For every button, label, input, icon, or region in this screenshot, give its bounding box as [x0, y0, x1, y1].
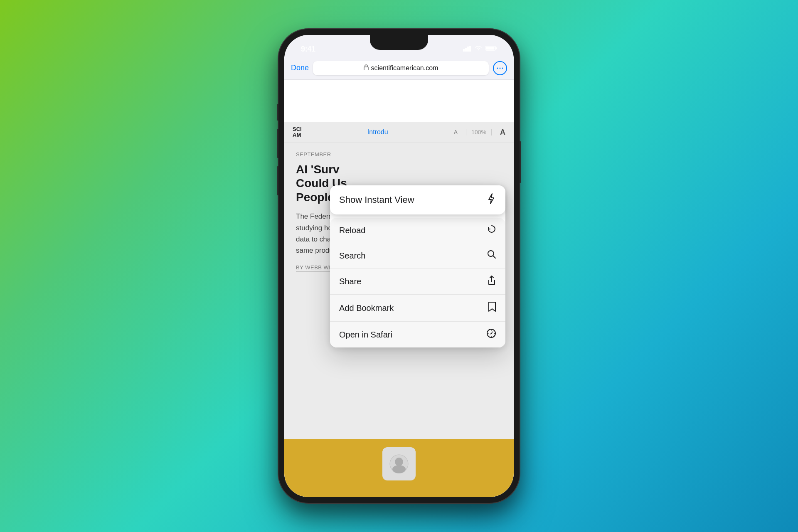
- svg-rect-3: [469, 46, 471, 52]
- signal-icon: [463, 46, 471, 53]
- svg-line-15: [493, 256, 496, 259]
- battery-icon: [485, 45, 497, 53]
- menu-item-reload-label: Reload: [339, 226, 365, 235]
- menu-item-add-bookmark-label: Add Bookmark: [339, 303, 394, 313]
- search-icon: [487, 250, 496, 261]
- phone-notch: [370, 35, 428, 50]
- menu-item-search-label: Search: [339, 251, 365, 261]
- side-button-power: [520, 141, 521, 183]
- svg-point-8: [497, 67, 498, 69]
- svg-rect-2: [467, 47, 469, 52]
- lightning-icon: [486, 193, 496, 207]
- svg-rect-1: [465, 48, 467, 52]
- status-icons: [463, 45, 497, 53]
- done-button[interactable]: Done: [291, 64, 309, 72]
- dropdown-menu: Show Instant View Reload: [330, 185, 505, 347]
- article-content-area: SCI AM Introdu A 100% A SEPTEMBER AI 'Su…: [284, 122, 514, 497]
- side-button-mute: [277, 104, 278, 121]
- svg-point-10: [502, 67, 503, 69]
- phone-wrapper: 9:41: [278, 29, 520, 503]
- url-text: scientificamerican.com: [371, 64, 438, 72]
- more-button[interactable]: [493, 61, 507, 75]
- menu-item-search[interactable]: Search: [330, 243, 505, 268]
- wifi-icon: [475, 45, 482, 53]
- bookmark-icon: [488, 301, 496, 315]
- side-button-volume-down: [277, 166, 278, 195]
- menu-item-open-safari[interactable]: Open in Safari: [330, 322, 505, 347]
- svg-point-21: [491, 333, 492, 334]
- svg-rect-7: [364, 67, 368, 70]
- instant-view-label: Show Instant View: [339, 195, 414, 205]
- menu-item-reload[interactable]: Reload: [330, 218, 505, 243]
- menu-item-add-bookmark[interactable]: Add Bookmark: [330, 295, 505, 322]
- lock-icon: [364, 64, 369, 71]
- url-field[interactable]: scientificamerican.com: [313, 61, 489, 75]
- safari-icon: [486, 328, 496, 341]
- status-time: 9:41: [301, 45, 315, 54]
- instant-view-item[interactable]: Show Instant View: [330, 185, 505, 214]
- phone-screen: 9:41: [284, 35, 514, 497]
- menu-item-share-label: Share: [339, 277, 361, 286]
- svg-rect-6: [496, 47, 497, 49]
- menu-items-container: Reload Search: [330, 218, 505, 347]
- svg-point-9: [500, 67, 501, 69]
- share-icon: [487, 275, 496, 288]
- url-bar: Done scientificamerican.com: [284, 57, 514, 80]
- menu-item-share[interactable]: Share: [330, 268, 505, 295]
- side-button-volume-up: [277, 129, 278, 158]
- menu-item-open-safari-label: Open in Safari: [339, 330, 392, 340]
- svg-rect-0: [463, 49, 465, 52]
- reload-icon: [487, 224, 496, 236]
- browser-area: Done scientificamerican.com: [284, 57, 514, 497]
- svg-rect-5: [486, 47, 495, 50]
